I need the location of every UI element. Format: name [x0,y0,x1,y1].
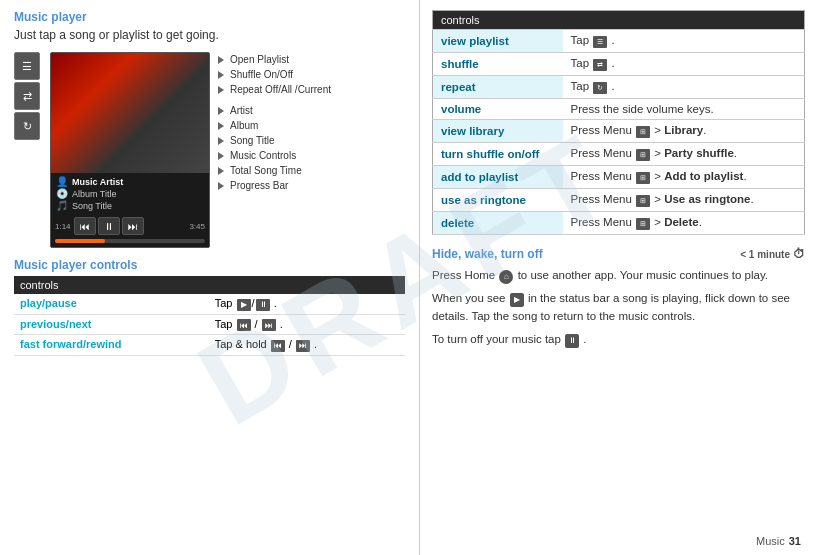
intro-text: Just tap a song or playlist to get going… [14,28,405,42]
menu-icon: ⊞ [636,149,650,161]
arrow-icon [218,182,224,190]
play-status-icon: ▶ [510,293,524,307]
rewind-icon: ⏮ [271,340,285,352]
table-row: turn shuffle on/off Press Menu ⊞ > Party… [433,143,805,166]
album-row: 💿 Album Title [56,188,204,199]
clock-icon: ⏱ [793,247,805,261]
table-row: view playlist Tap ☰ . [433,30,805,53]
hide-wake-title-text: Hide, wake, turn off [432,247,543,261]
artist-row: 👤 Music Artist [56,176,204,187]
music-controls-label: Music Controls [218,150,331,161]
shuffle-label: Shuffle On/Off [218,69,331,80]
song-title-label: Song Title [218,135,331,146]
pause-btn[interactable]: ⏸ [98,217,120,235]
progress-bar[interactable] [55,239,205,243]
table-row: shuffle Tap ⇄ . [433,53,805,76]
left-column: Music player Just tap a song or playlist… [0,0,420,555]
page-number: 31 [789,535,801,547]
instruction-cell: Tap ▶/⏸ . [209,294,405,314]
controls-table-right: controls view playlist Tap ☰ . shuffle T… [432,10,805,235]
arrow-icon [218,167,224,175]
song-row: 🎵 Song Title [56,200,204,211]
table-row: view library Press Menu ⊞ > Library. [433,120,805,143]
next-btn[interactable]: ⏭ [122,217,144,235]
artist-label: Artist [218,105,331,116]
shuffle-btn[interactable]: ⇄ [14,82,40,110]
album-art [51,53,210,173]
pause-icon: ⏸ [256,299,270,311]
hide-wake-para2: When you see ▶ in the status bar a song … [432,290,805,325]
right-column: controls view playlist Tap ☰ . shuffle T… [420,0,817,555]
music-icon: 🎵 [56,200,68,211]
repeat-label: Repeat Off/All /Current [218,84,331,95]
play-icon: ▶ [237,299,251,311]
total-time: 3:45 [189,222,205,231]
table-header-row: controls [433,11,805,30]
action-cell: use as ringtone [433,189,563,212]
table-row: add to playlist Press Menu ⊞ > Add to pl… [433,166,805,189]
arrow-icon [218,107,224,115]
instruction-cell: Press Menu ⊞ > Add to playlist. [563,166,805,189]
player-info: 👤 Music Artist 💿 Album Title 🎵 Song Titl… [51,173,209,215]
action-cell: volume [433,99,563,120]
table-row: previous/next Tap ⏮ / ⏭ . [14,314,405,335]
action-cell: add to playlist [433,166,563,189]
pause-off-icon: ⏸ [565,334,579,348]
shuffle-icon: ⇄ [593,59,607,71]
total-song-time-label: Total Song Time [218,165,331,176]
ff-icon: ⏭ [296,340,310,352]
action-cell: view playlist [433,30,563,53]
album-text: Album Title [72,189,117,199]
action-cell: delete [433,212,563,235]
song-text: Song Title [72,201,112,211]
prev-btn[interactable]: ⏮ [74,217,96,235]
action-cell: turn shuffle on/off [433,143,563,166]
player-box: 👤 Music Artist 💿 Album Title 🎵 Song Titl… [50,52,210,248]
repeat-btn[interactable]: ↻ [14,112,40,140]
action-cell: fast forward/rewind [14,335,209,356]
action-cell: shuffle [433,53,563,76]
page-number-area: Music 31 [756,535,801,547]
open-playlist-btn[interactable]: ☰ [14,52,40,80]
disc-icon: 💿 [56,188,68,199]
instruction-cell: Press Menu ⊞ > Party shuffle. [563,143,805,166]
instruction-cell: Tap ☰ . [563,30,805,53]
instruction-cell: Press Menu ⊞ > Delete. [563,212,805,235]
action-cell: repeat [433,76,563,99]
current-time: 1:14 [55,222,71,231]
left-section-title: Music player [14,10,405,24]
arrow-icon [218,137,224,145]
arrow-icon [218,122,224,130]
progress-bar-label: Progress Bar [218,180,331,191]
menu-icon: ⊞ [636,126,650,138]
instruction-cell: Tap & hold ⏮ / ⏭ . [209,335,405,356]
person-icon: 👤 [56,176,68,187]
hide-wake-para1: Press Home ⌂ to use another app. Your mu… [432,267,805,284]
section-label: Music [756,535,785,547]
arrow-icon [218,71,224,79]
action-cell: previous/next [14,314,209,335]
controls-header: controls [14,276,405,294]
artist-text: Music Artist [72,177,123,187]
instruction-cell: Press Menu ⊞ > Use as ringtone. [563,189,805,212]
instruction-cell: Tap ↻ . [563,76,805,99]
list-icon: ☰ [593,36,607,48]
hide-wake-title: Hide, wake, turn off < 1 minute ⏱ [432,247,805,261]
instruction-cell: Press the side volume keys. [563,99,805,120]
instruction-cell: Tap ⏮ / ⏭ . [209,314,405,335]
arrow-icon [218,152,224,160]
next-icon: ⏭ [262,319,276,331]
arrow-icon [218,86,224,94]
controls-table-left: controls play/pause Tap ▶/⏸ . previous/n… [14,276,405,356]
menu-icon: ⊞ [636,195,650,207]
prev-icon: ⏮ [237,319,251,331]
progress-row: 1:14 ⏮ ⏸ ⏭ 3:45 [51,215,209,237]
controls-header-right: controls [433,11,805,30]
table-row: repeat Tap ↻ . [433,76,805,99]
table-row: volume Press the side volume keys. [433,99,805,120]
album-label: Album [218,120,331,131]
arrow-icon [218,56,224,64]
time-label: < 1 minute ⏱ [740,247,805,261]
menu-icon: ⊞ [636,172,650,184]
hide-wake-section: Hide, wake, turn off < 1 minute ⏱ Press … [432,247,805,354]
